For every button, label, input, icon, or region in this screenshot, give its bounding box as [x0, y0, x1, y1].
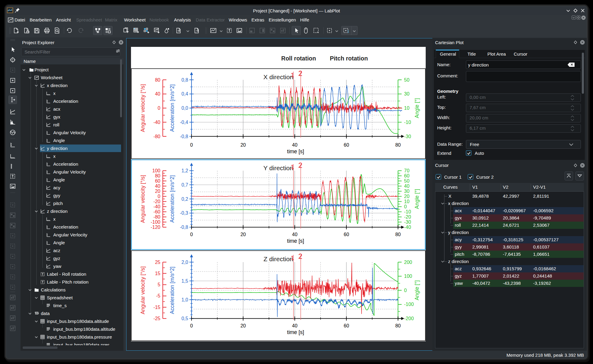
svg-text:Roll rotation: Roll rotation [281, 55, 316, 62]
svg-text:-40: -40 [153, 120, 160, 125]
svg-text:X direction: X direction [263, 73, 293, 80]
svg-text:1,5: 1,5 [182, 278, 188, 284]
svg-text:-100: -100 [151, 219, 160, 225]
svg-text:0: 0 [158, 106, 160, 111]
svg-text:0: 0 [190, 232, 193, 237]
svg-text:1: 1 [291, 164, 294, 170]
svg-text:-40: -40 [404, 225, 411, 230]
svg-text:25: 25 [155, 260, 160, 265]
svg-text:200: 200 [404, 260, 412, 265]
svg-text:1: 1 [291, 255, 294, 261]
svg-text:2: 2 [298, 69, 302, 77]
svg-text:20: 20 [241, 232, 246, 237]
svg-text:0,2: 0,2 [182, 197, 188, 202]
svg-text:30: 30 [404, 91, 410, 96]
svg-text:30: 30 [404, 189, 410, 194]
svg-text:Acceleration [m/s^2]: Acceleration [m/s^2] [169, 84, 175, 132]
svg-text:50: 50 [404, 178, 410, 184]
svg-text:-15: -15 [153, 305, 160, 310]
svg-text:Acceleration [m/s^2]: Acceleration [m/s^2] [169, 267, 175, 314]
svg-text:-30: -30 [404, 134, 411, 139]
svg-text:2: 2 [298, 252, 302, 260]
svg-text:100: 100 [404, 274, 412, 279]
svg-text:40: 40 [292, 142, 297, 148]
svg-text:40: 40 [292, 232, 297, 237]
svg-text:-100: -100 [404, 302, 414, 307]
svg-text:-40: -40 [153, 204, 160, 209]
svg-text:-0,8: -0,8 [180, 134, 188, 139]
svg-text:10: 10 [404, 106, 410, 111]
svg-text:60: 60 [344, 142, 349, 148]
svg-text:-5: -5 [156, 293, 160, 298]
svg-text:10: 10 [404, 199, 410, 204]
svg-text:-0,8: -0,8 [180, 225, 188, 230]
svg-text:-10: -10 [404, 209, 411, 214]
svg-text:-10: -10 [404, 120, 411, 125]
svg-text:40: 40 [292, 323, 297, 328]
svg-text:40: 40 [404, 184, 410, 189]
svg-text:Angle [°]: Angle [°] [414, 98, 420, 118]
svg-text:-80: -80 [153, 134, 160, 139]
svg-text:80: 80 [395, 232, 401, 237]
svg-text:Acceleration [m/s^2]: Acceleration [m/s^2] [169, 175, 175, 223]
svg-text:0: 0 [158, 194, 160, 199]
svg-text:0,5: 0,5 [182, 316, 188, 321]
svg-text:-0,4: -0,4 [180, 120, 188, 125]
svg-text:0,7: 0,7 [182, 182, 188, 187]
svg-text:-60: -60 [153, 209, 160, 214]
svg-text:Z direction: Z direction [264, 255, 293, 262]
svg-text:Angular velocity [°/s]: Angular velocity [°/s] [140, 84, 146, 132]
svg-text:Angular velocity [°/s]: Angular velocity [°/s] [140, 266, 146, 314]
svg-text:Pitch rotation: Pitch rotation [330, 55, 368, 62]
svg-text:2: 2 [298, 161, 302, 169]
svg-text:1,0: 1,0 [182, 297, 188, 302]
svg-text:60: 60 [155, 178, 160, 184]
svg-text:-200: -200 [404, 316, 414, 321]
svg-text:50: 50 [404, 77, 410, 83]
svg-text:70: 70 [404, 168, 410, 173]
svg-text:80: 80 [395, 323, 401, 328]
svg-text:80: 80 [155, 173, 160, 178]
svg-text:time [s]: time [s] [287, 148, 304, 154]
svg-text:-0,3: -0,3 [180, 210, 188, 216]
svg-text:60: 60 [404, 173, 410, 178]
svg-text:20: 20 [155, 189, 160, 194]
svg-text:-30: -30 [404, 219, 411, 225]
svg-text:20: 20 [241, 323, 246, 328]
svg-text:Angle [°]: Angle [°] [414, 189, 420, 209]
svg-text:time [s]: time [s] [287, 238, 304, 244]
svg-text:60: 60 [344, 232, 349, 237]
svg-text:-80: -80 [153, 214, 160, 219]
svg-text:Angular velocity [°/s]: Angular velocity [°/s] [140, 175, 146, 223]
svg-text:20: 20 [404, 194, 410, 199]
svg-text:0,4: 0,4 [182, 91, 188, 96]
svg-text:-25: -25 [153, 316, 160, 321]
svg-text:80: 80 [155, 77, 160, 83]
svg-text:0: 0 [404, 288, 407, 293]
svg-text:0,0: 0,0 [182, 106, 188, 111]
svg-text:time [s]: time [s] [287, 329, 304, 335]
svg-text:Angle [°]: Angle [°] [414, 280, 420, 300]
svg-text:100: 100 [152, 168, 160, 173]
svg-text:15: 15 [155, 271, 160, 276]
svg-text:-20: -20 [153, 199, 160, 204]
svg-text:0: 0 [404, 204, 407, 209]
svg-text:0: 0 [190, 323, 193, 328]
svg-text:-20: -20 [404, 214, 411, 219]
svg-text:2,0: 2,0 [182, 260, 188, 265]
svg-text:-120: -120 [151, 225, 160, 230]
svg-text:60: 60 [344, 323, 349, 328]
svg-text:1: 1 [291, 72, 294, 78]
svg-text:40: 40 [155, 184, 160, 189]
svg-text:80: 80 [395, 142, 401, 148]
svg-text:Y direction: Y direction [264, 164, 293, 171]
svg-text:20: 20 [241, 142, 246, 148]
svg-text:1,2: 1,2 [182, 168, 188, 173]
svg-text:0,8: 0,8 [182, 77, 188, 83]
svg-text:0: 0 [190, 142, 193, 148]
svg-text:40: 40 [155, 91, 160, 96]
svg-text:5: 5 [158, 282, 160, 287]
